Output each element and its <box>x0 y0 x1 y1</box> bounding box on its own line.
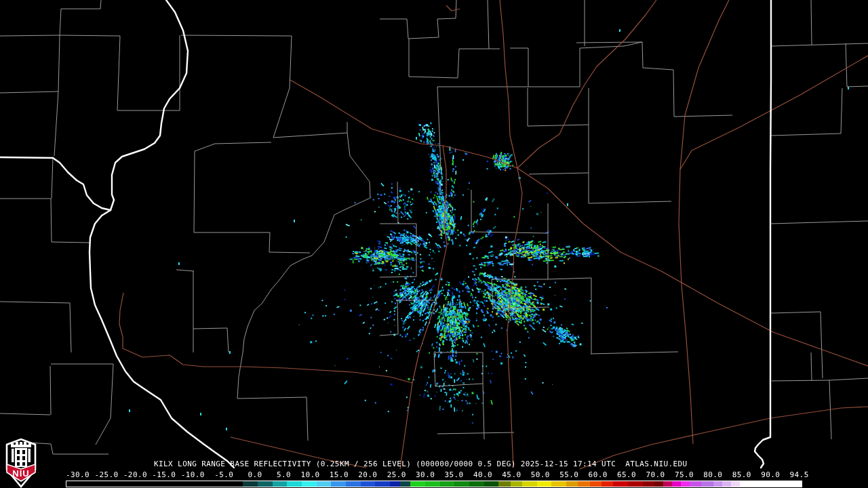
counties-segment <box>273 36 292 138</box>
colorbar-segment <box>317 481 332 487</box>
counties-segment <box>811 0 812 45</box>
counties-segment <box>380 300 398 336</box>
colorbar-tick-label: 5.0 <box>267 471 291 479</box>
colorbar-segment <box>672 481 681 487</box>
colorbar-tick-label: 94.5 <box>785 471 809 479</box>
counties-segment <box>409 39 500 78</box>
counties-segment <box>0 413 50 415</box>
counties-segment <box>52 158 53 199</box>
counties-segment <box>60 0 101 35</box>
counties-segment <box>58 35 60 92</box>
colorbar-tick-label: 65.0 <box>612 471 636 479</box>
counties-segment <box>434 352 483 384</box>
county-lines <box>0 0 868 454</box>
colorbar-segment <box>537 481 552 487</box>
colorbar-tick-label: 55.0 <box>555 471 578 479</box>
colorbar-tick-label: 40.0 <box>469 471 492 479</box>
counties-segment <box>194 151 195 232</box>
niu-logo-text: NIU <box>12 468 29 479</box>
colorbar-segment <box>601 481 613 487</box>
states-segment <box>755 0 771 468</box>
colorbar-tick-label: 30.0 <box>411 471 435 479</box>
counties-segment <box>580 42 642 48</box>
counties-segment <box>237 198 370 399</box>
colorbar-tick-label: 85.0 <box>728 471 751 479</box>
colorbar-segment <box>654 481 663 487</box>
roads-segment <box>517 0 656 168</box>
counties-segment <box>591 352 678 354</box>
colorbar-segment <box>663 481 672 487</box>
colorbar-tick-label: 20.0 <box>353 471 377 479</box>
counties-segment <box>0 92 58 93</box>
counties-segment <box>771 221 868 224</box>
colorbar-segment <box>273 481 288 487</box>
counties-segment <box>347 133 370 198</box>
colorbar-tick-label: 70.0 <box>641 471 665 479</box>
colorbar-segment <box>628 481 643 487</box>
counties-segment <box>529 173 589 174</box>
counties-segment <box>307 397 308 441</box>
state-border-lines <box>0 0 771 468</box>
roads-segment <box>400 146 447 469</box>
colorbar-segment <box>701 481 713 487</box>
counties-segment <box>589 201 671 203</box>
colorbar-segment <box>511 481 522 487</box>
counties-segment <box>0 302 71 352</box>
colorbar-segment <box>578 481 589 487</box>
radar-viewer: KILX LONG RANGE BASE REFLECTIVITY (0.25K… <box>0 0 868 488</box>
colorbar-segment <box>287 481 302 487</box>
counties-segment <box>576 42 642 43</box>
colorbar-segment <box>469 481 484 487</box>
colorbar-segment <box>484 481 499 487</box>
reflectivity-colorbar <box>66 481 802 487</box>
colorbar-segment <box>643 481 654 487</box>
counties-segment <box>483 384 484 439</box>
counties-segment <box>488 0 489 49</box>
colorbar-tick-labels: -30.0-25.0-20.0-15.0-10.0 -5.0 0.0 5.0 1… <box>66 471 809 479</box>
colorbar-tick-label: 50.0 <box>526 471 550 479</box>
counties-segment <box>771 43 868 46</box>
colorbar-segment <box>440 481 455 487</box>
counties-segment <box>380 0 456 39</box>
counties-segment <box>181 35 292 36</box>
roads-segment <box>507 168 522 468</box>
colorbar-segment <box>498 481 510 487</box>
counties-segment <box>50 366 51 415</box>
colorbar-tick-label: 10.0 <box>296 471 319 479</box>
counties-segment <box>117 36 120 110</box>
colorbar-segment <box>740 481 802 487</box>
counties-segment <box>772 378 868 381</box>
colorbar-segment <box>258 481 273 487</box>
colorbar-segment <box>690 481 701 487</box>
colorbar-segment <box>302 481 317 487</box>
colorbar-tick-label: 80.0 <box>698 471 722 479</box>
counties-segment <box>771 88 842 136</box>
counties-segment <box>0 199 90 243</box>
colorbar-segment <box>522 481 537 487</box>
roads-segment <box>123 348 412 383</box>
counties-segment <box>193 328 229 352</box>
roads-segment <box>119 293 123 348</box>
niu-logo: NIU <box>5 439 37 488</box>
colorbar-tick-label: -30.0 <box>66 471 90 479</box>
colorbar-tick-label: -10.0 <box>181 471 205 479</box>
colorbar-segment <box>713 481 722 487</box>
counties-segment <box>380 224 416 277</box>
colorbar-segment <box>346 481 361 487</box>
colorbar-segment <box>566 481 578 487</box>
counties-segment <box>51 364 113 445</box>
colorbar-segment <box>613 481 628 487</box>
colorbar-segment <box>551 481 566 487</box>
counties-segment <box>397 182 398 224</box>
counties-segment <box>846 43 868 87</box>
counties-segment <box>269 232 310 253</box>
counties-segment <box>674 115 732 117</box>
counties-segment <box>434 352 483 386</box>
counties-segment <box>771 312 823 378</box>
counties-segment <box>528 125 589 126</box>
map-lines <box>0 0 868 488</box>
colorbar-tick-label: 15.0 <box>325 471 349 479</box>
counties-segment <box>195 142 271 151</box>
colorbar-segment <box>410 481 425 487</box>
counties-segment <box>811 352 812 381</box>
